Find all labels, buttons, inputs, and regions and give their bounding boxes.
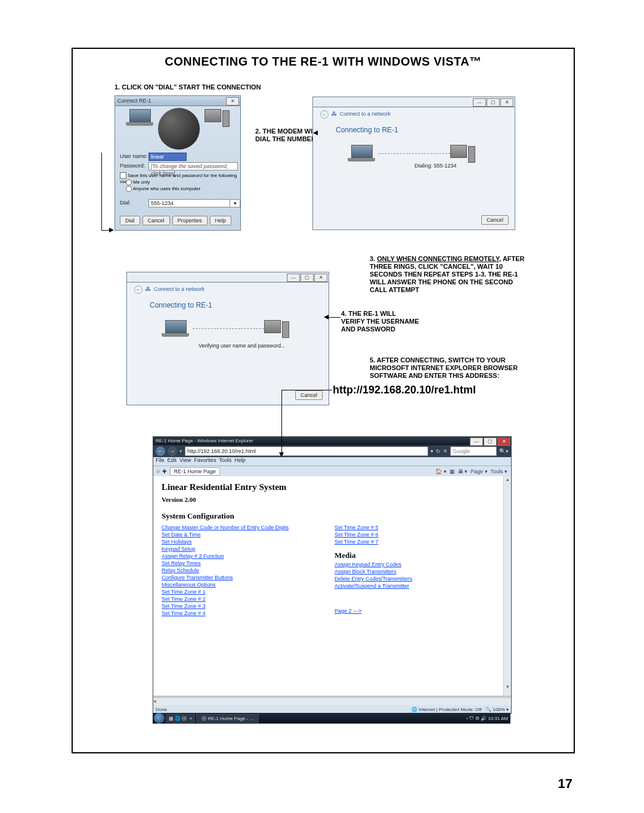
window-controls[interactable]: —▢✕ (470, 437, 510, 446)
content-h2: System Configuration (162, 511, 496, 521)
config-link[interactable]: Change Master Code or Number of Entry Co… (162, 525, 335, 530)
config-link[interactable]: Set Date & Time (162, 532, 335, 538)
pc-icon (264, 320, 288, 339)
ie-statusbar: Done 🌐 Internet | Protected Mode: Off 🔍 … (153, 705, 511, 713)
ie-menubar[interactable]: File Edit View Favorites Tools Help (153, 457, 511, 466)
add-fav-icon[interactable]: ✚ (162, 468, 167, 474)
print-icon[interactable]: 🖶 (458, 468, 463, 474)
connection-line (193, 328, 264, 330)
radio-anyone-label: Anyone who uses this computer (133, 186, 200, 191)
globe-icon (158, 108, 200, 150)
quicklaunch[interactable]: ▦ 🌐 ⓔ » (166, 714, 195, 723)
config-link[interactable]: Set Time Zone # 2 (162, 596, 335, 602)
dialog-title: Connect RE-1 (117, 98, 151, 104)
radio-anyone[interactable] (126, 186, 132, 192)
scrollbar-v[interactable]: ▴▾ (503, 476, 511, 696)
password-label: Password: (120, 163, 145, 169)
tools-menu[interactable]: Tools (490, 468, 503, 474)
dial-label: Dial: (120, 200, 131, 206)
page-number: 17 (558, 776, 572, 792)
config-link[interactable]: Delete Entry Codes/Transmitters (335, 576, 484, 582)
back-button[interactable]: ← (156, 446, 165, 456)
back-icon[interactable]: ← (134, 286, 143, 294)
cancel-button[interactable]: Cancel (481, 215, 509, 225)
config-link[interactable]: Set Time Zone # 4 (162, 610, 335, 616)
scrollbar-h[interactable]: ◂ (153, 697, 511, 705)
cancel-button[interactable]: Cancel (143, 216, 170, 225)
back-icon[interactable]: ← (320, 110, 329, 119)
dial-button[interactable]: Dial (120, 216, 140, 225)
password-field[interactable]: [To change the saved password, click her… (148, 162, 238, 170)
forward-button[interactable]: → (168, 446, 177, 456)
config-link[interactable]: Activate/Suspend a Transmitter (335, 583, 484, 589)
callout-line (329, 317, 340, 318)
window-controls[interactable]: —▢✕ (473, 98, 513, 107)
page-title: CONNECTING TO THE RE-1 WITH WINDOWS VIST… (73, 55, 574, 69)
radio-me-label: Me only (133, 179, 150, 185)
taskbar[interactable]: ▦ 🌐 ⓔ » ⓔ RE-1 Home Page - ... ‹ 🛡 ⚙ 🔊 1… (153, 713, 510, 724)
ie-addressbar: ← → ▾ http://192.168.20.10/re1.html ▾ ↻ … (153, 445, 511, 457)
config-link[interactable]: Set Relay Times (162, 560, 335, 566)
connecting-title: Connecting to RE-1 (150, 301, 212, 309)
config-link[interactable]: Assign Keypad Entry Codes (335, 561, 484, 567)
status-zone: Internet | Protected Mode: Off (419, 707, 481, 712)
dial-number-field[interactable]: 555-1234 (148, 199, 233, 207)
callout-line (101, 153, 110, 231)
connecting-title: Connecting to RE-1 (336, 126, 398, 134)
content-h1: Linear Residential Entry System (162, 482, 496, 492)
search-field[interactable]: Google (450, 446, 497, 456)
url-address: http://192.168.20.10/re1.html (333, 384, 476, 396)
dialog-header: Connect to a network (340, 111, 391, 117)
config-link[interactable]: Relay Schedule (162, 567, 335, 573)
step-3: 3. ONLY WHEN CONNECTING REMOTELY, AFTER … (370, 255, 525, 294)
help-button[interactable]: Help (210, 216, 232, 225)
dial-dropdown[interactable]: ▾ (230, 199, 240, 207)
arrow-icon (324, 315, 329, 319)
laptop-icon (126, 109, 153, 127)
arrow-icon (279, 452, 284, 457)
refresh-icon[interactable]: ↻ (436, 448, 441, 454)
close-icon: ✕ (226, 97, 239, 105)
config-link[interactable]: Assign Relay # 2 Function (162, 553, 335, 559)
page-menu[interactable]: Page (470, 468, 483, 474)
config-link[interactable]: Set Time Zone # 7 (335, 539, 484, 545)
config-link[interactable]: Miscellaneous Options (162, 582, 335, 588)
dialog-verifying: —▢✕ ← 🖧 Connect to a network Connecting … (126, 272, 329, 405)
link-page2[interactable]: Page 2 ---> (335, 608, 361, 614)
favorites-icon[interactable]: ☆ (156, 468, 160, 474)
monitor-icon: 🖧 (145, 286, 151, 292)
config-link[interactable]: Set Holidays (162, 539, 335, 545)
config-link[interactable]: Configure Transmitter Buttons (162, 575, 335, 581)
username-field[interactable]: linear (148, 153, 187, 161)
monitor-icon: 🖧 (332, 111, 337, 117)
window-controls[interactable]: ✕ (226, 97, 239, 105)
arrow-icon (109, 228, 114, 232)
taskbar-button[interactable]: ⓔ RE-1 Home Page - ... (196, 714, 259, 723)
start-button[interactable] (154, 713, 165, 724)
pc-icon (450, 145, 474, 164)
laptop-icon (162, 320, 189, 338)
config-link[interactable]: Set Time Zone # 5 (335, 525, 484, 530)
home-icon[interactable]: 🏠 (435, 468, 442, 474)
window-controls[interactable]: —▢✕ (287, 274, 327, 282)
search-icon[interactable]: 🔍▾ (499, 448, 509, 454)
zoom-level[interactable]: 🔍 100% ▾ (485, 707, 509, 712)
step-2: 2. THE MODEM WILLDIAL THE NUMBER (255, 128, 320, 143)
ie-viewport: Linear Residential Entry System Version … (153, 476, 504, 696)
chevron-down-icon[interactable]: ▾ (431, 448, 434, 454)
properties-button[interactable]: Properties (172, 216, 208, 225)
tray-icons[interactable]: ‹ 🛡 ⚙ 🔊 (466, 716, 488, 721)
config-link[interactable]: Set Time Zone # 1 (162, 589, 335, 595)
feed-icon[interactable]: ▦ (450, 468, 455, 474)
browser-tab[interactable]: RE-1 Home Page (170, 467, 221, 476)
pc-icon (205, 109, 228, 128)
status-done: Done (156, 707, 167, 712)
dialog-header: Connect to a network (154, 286, 205, 292)
config-link[interactable]: Keypad Setup (162, 546, 335, 552)
radio-me[interactable] (126, 179, 132, 185)
arrow-icon (308, 131, 318, 135)
config-link[interactable]: Set Time Zone # 6 (335, 532, 484, 538)
config-link[interactable]: Set Time Zone # 3 (162, 603, 335, 609)
save-checkbox[interactable] (120, 172, 126, 179)
config-link[interactable]: Assign Block Transmitters (335, 569, 484, 575)
